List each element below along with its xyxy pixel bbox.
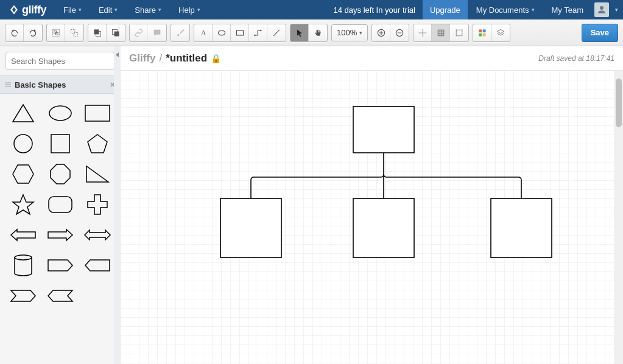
zoom-out-button[interactable] — [390, 24, 409, 41]
shape-triangle[interactable] — [10, 102, 37, 124]
shape-plus[interactable] — [84, 194, 111, 215]
shape-ellipse[interactable] — [47, 102, 74, 124]
format-painter-group — [171, 24, 190, 42]
bring-front-icon — [93, 28, 102, 38]
trial-notice: 14 days left In your trial — [326, 0, 423, 19]
gliffy-logo-icon — [9, 4, 19, 15]
bring-front-button[interactable] — [88, 24, 107, 41]
shape-chevron-left[interactable] — [47, 285, 74, 307]
snap-grid-button[interactable] — [414, 24, 432, 41]
save-button[interactable]: Save — [582, 24, 618, 42]
shape-arrow-right[interactable] — [47, 224, 74, 246]
sidebar-splitter[interactable] — [114, 46, 121, 364]
svg-marker-44 — [88, 195, 107, 214]
undo-icon — [10, 28, 19, 38]
main-menu: File▾ Edit▾ Share▾ Help▾ — [55, 0, 209, 19]
panel-title: Basic Shapes — [15, 80, 66, 89]
ellipse-icon — [217, 28, 227, 38]
shape-circle[interactable] — [10, 133, 37, 155]
menu-share[interactable]: Share▾ — [126, 0, 170, 19]
shapes-palette — [0, 94, 120, 315]
svg-marker-47 — [85, 230, 110, 240]
send-back-icon — [111, 28, 121, 38]
brand-logo[interactable]: gliffy — [0, 4, 55, 16]
snap-objects-button[interactable] — [450, 24, 468, 41]
upgrade-button[interactable]: Upgrade — [423, 0, 468, 19]
shape-tag-left[interactable] — [84, 254, 111, 276]
svg-rect-35 — [85, 105, 110, 121]
zoom-level-dropdown[interactable]: 100%▾ — [331, 24, 368, 41]
shape-cylinder[interactable] — [10, 254, 37, 276]
show-grid-button[interactable] — [432, 24, 450, 41]
connector-tool-button[interactable] — [249, 24, 267, 41]
menu-edit[interactable]: Edit▾ — [90, 0, 126, 19]
main-area: Basic Shapes × — [0, 46, 623, 364]
snap-icon — [418, 28, 428, 38]
pan-tool-button[interactable] — [309, 24, 327, 41]
svg-rect-27 — [483, 33, 486, 36]
text-icon: A — [199, 28, 208, 38]
ellipse-tool-button[interactable] — [213, 24, 231, 41]
shape-hexagon[interactable] — [10, 163, 37, 185]
shape-star[interactable] — [10, 194, 37, 215]
shape-arrow-left[interactable] — [10, 224, 37, 246]
document-title[interactable]: *untitled — [166, 52, 207, 65]
svg-marker-39 — [13, 165, 33, 183]
send-back-button[interactable] — [107, 24, 125, 41]
undo-button[interactable] — [5, 24, 24, 41]
redo-button[interactable] — [24, 24, 42, 41]
zoom-in-button[interactable] — [372, 24, 390, 41]
grid-icon — [436, 28, 446, 38]
vertical-scrollbar[interactable] — [614, 71, 623, 364]
breadcrumb: Gliffy / *untitled 🔒 Draft saved at 18:1… — [121, 46, 623, 71]
shape-tag-right[interactable] — [47, 254, 74, 276]
search-input[interactable] — [11, 57, 113, 66]
themes-button[interactable] — [473, 24, 491, 41]
svg-rect-25 — [483, 29, 486, 32]
svg-point-34 — [49, 106, 71, 121]
shape-sidebar: Basic Shapes × — [0, 46, 121, 364]
diagram-node-child-1[interactable] — [220, 198, 281, 257]
rectangle-tool-button[interactable] — [231, 24, 249, 41]
nav-my-team[interactable]: My Team — [543, 0, 593, 19]
diagram-node-root[interactable] — [353, 107, 414, 153]
drag-handle-icon — [5, 82, 11, 88]
svg-rect-26 — [479, 33, 482, 36]
menu-help[interactable]: Help▾ — [170, 0, 209, 19]
chevron-down-icon: ▾ — [197, 7, 200, 13]
scrollbar-thumb[interactable] — [616, 79, 622, 127]
breadcrumb-root[interactable]: Gliffy — [129, 52, 155, 65]
shape-search[interactable] — [5, 52, 114, 70]
diagram-node-child-3[interactable] — [491, 198, 552, 257]
menu-file[interactable]: File▾ — [55, 0, 90, 19]
svg-marker-38 — [88, 135, 107, 153]
svg-point-48 — [15, 255, 32, 260]
layers-icon — [496, 28, 505, 38]
shape-pentagon[interactable] — [84, 133, 111, 155]
shape-octagon[interactable] — [47, 163, 74, 185]
nav-my-documents[interactable]: My Documents▾ — [468, 0, 543, 19]
paintbrush-icon — [175, 28, 185, 38]
group-button[interactable] — [47, 24, 65, 41]
shape-right-triangle[interactable] — [84, 163, 111, 185]
panel-header-basic-shapes[interactable]: Basic Shapes × — [0, 75, 120, 94]
zoom-in-icon — [376, 28, 386, 38]
lock-icon: 🔒 — [211, 54, 221, 63]
toolbar: A 100%▾ Save — [0, 19, 623, 46]
user-avatar[interactable] — [594, 2, 609, 17]
ungroup-button[interactable] — [65, 24, 83, 41]
shape-rounded-rect[interactable] — [47, 194, 74, 215]
shape-arrow-both[interactable] — [84, 224, 111, 246]
shape-chevron-right[interactable] — [10, 285, 37, 307]
drawing-canvas[interactable] — [121, 71, 623, 364]
svg-text:A: A — [200, 29, 206, 37]
shape-rectangle[interactable] — [84, 102, 111, 124]
pointer-tool-button[interactable] — [290, 24, 309, 41]
shape-square[interactable] — [47, 133, 74, 155]
svg-rect-8 — [114, 31, 119, 36]
text-tool-button[interactable]: A — [194, 24, 213, 41]
diagram-node-child-2[interactable] — [353, 198, 414, 257]
layers-button[interactable] — [491, 24, 510, 41]
svg-rect-4 — [74, 32, 77, 36]
line-tool-button[interactable] — [267, 24, 286, 41]
